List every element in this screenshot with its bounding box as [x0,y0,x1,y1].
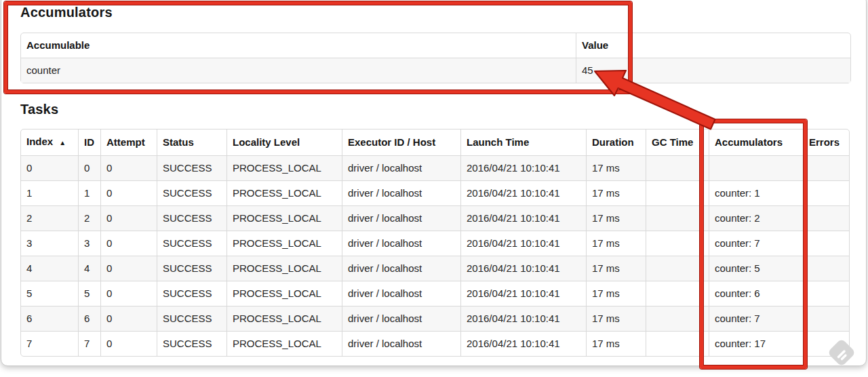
task-duration-cell: 17 ms [586,306,646,331]
task-duration-cell: 17 ms [586,205,646,231]
task-id-cell: 7 [78,331,100,356]
task-accumulators-cell: counter: 6 [709,281,803,306]
task-index-cell: 1 [21,180,78,205]
task-errors-cell [803,155,849,180]
tasks-header-duration[interactable]: Duration [586,130,646,155]
task-errors-cell [803,281,849,306]
task-id-cell: 6 [78,306,100,331]
task-duration-cell: 17 ms [586,231,646,256]
task-executor-cell: driver / localhost [342,155,460,180]
accumulators-table: Accumulable Value counter 45 [20,33,851,83]
task-executor-cell: driver / localhost [342,231,460,256]
table-row: counter 45 [21,58,850,83]
task-status-cell: SUCCESS [157,256,226,281]
tasks-header-errors[interactable]: Errors [803,130,849,155]
task-attempt-cell: 0 [100,306,157,331]
tasks-header-launch-time[interactable]: Launch Time [460,130,586,155]
task-accumulators-cell: counter: 2 [709,205,803,231]
task-accumulators-cell: counter: 17 [709,331,803,356]
task-status-cell: SUCCESS [157,331,226,356]
tasks-header-index-label: Index [26,136,53,147]
task-gc-time-cell [646,281,709,306]
task-gc-time-cell [646,306,709,331]
task-attempt-cell: 0 [100,256,157,281]
sort-ascending-icon: ▲ [59,139,66,146]
task-launch-time-cell: 2016/04/21 10:10:41 [460,155,586,180]
task-executor-cell: driver / localhost [342,331,460,356]
task-launch-time-cell: 2016/04/21 10:10:41 [460,256,586,281]
task-locality-cell: PROCESS_LOCAL [226,306,342,331]
task-locality-cell: PROCESS_LOCAL [226,231,342,256]
tasks-heading: Tasks [20,102,58,117]
task-duration-cell: 17 ms [586,281,646,306]
task-duration-cell: 17 ms [586,331,646,356]
task-attempt-cell: 0 [100,155,157,180]
accumulators-heading: Accumulators [20,5,113,20]
task-id-cell: 4 [78,256,100,281]
tasks-header-accumulators[interactable]: Accumulators [709,130,803,155]
task-errors-cell [803,231,849,256]
spark-ui-page: Accumulators Accumulable Value counter 4… [0,0,868,377]
table-header-row: Index▲ ID Attempt Status Locality Level … [21,130,849,155]
task-accumulators-cell [709,155,803,180]
task-locality-cell: PROCESS_LOCAL [226,256,342,281]
task-status-cell: SUCCESS [157,231,226,256]
task-duration-cell: 17 ms [586,155,646,180]
task-executor-cell: driver / localhost [342,205,460,231]
task-errors-cell [803,180,849,205]
tasks-header-attempt[interactable]: Attempt [100,130,157,155]
task-index-cell: 5 [21,281,78,306]
table-row: 0 0 0 SUCCESS PROCESS_LOCAL driver / loc… [21,155,849,180]
task-locality-cell: PROCESS_LOCAL [226,281,342,306]
task-id-cell: 0 [78,155,100,180]
tasks-header-index[interactable]: Index▲ [21,130,78,155]
task-gc-time-cell [646,180,709,205]
task-errors-cell [803,306,849,331]
accumulable-value-cell: 45 [576,58,850,83]
table-row: 7 7 0 SUCCESS PROCESS_LOCAL driver / loc… [21,331,849,356]
task-executor-cell: driver / localhost [342,306,460,331]
task-gc-time-cell [646,205,709,231]
task-attempt-cell: 0 [100,281,157,306]
task-id-cell: 2 [78,205,100,231]
task-errors-cell [803,331,849,356]
tasks-header-status[interactable]: Status [157,130,226,155]
task-index-cell: 7 [21,331,78,356]
task-attempt-cell: 0 [100,231,157,256]
task-errors-cell [803,256,849,281]
task-index-cell: 2 [21,205,78,231]
tasks-header-gc-time[interactable]: GC Time [646,130,709,155]
task-attempt-cell: 0 [100,331,157,356]
tasks-header-executor-host[interactable]: Executor ID / Host [342,130,460,155]
table-row: 6 6 0 SUCCESS PROCESS_LOCAL driver / loc… [21,306,849,331]
table-row: 3 3 0 SUCCESS PROCESS_LOCAL driver / loc… [21,231,849,256]
tasks-table: Index▲ ID Attempt Status Locality Level … [20,129,850,357]
task-status-cell: SUCCESS [157,205,226,231]
table-header-row: Accumulable Value [21,33,850,58]
task-attempt-cell: 0 [100,205,157,231]
task-duration-cell: 17 ms [586,180,646,205]
task-executor-cell: driver / localhost [342,256,460,281]
table-row: 1 1 0 SUCCESS PROCESS_LOCAL driver / loc… [21,180,849,205]
task-launch-time-cell: 2016/04/21 10:10:41 [460,231,586,256]
tasks-header-id[interactable]: ID [78,130,100,155]
task-status-cell: SUCCESS [157,281,226,306]
table-row: 5 5 0 SUCCESS PROCESS_LOCAL driver / loc… [21,281,849,306]
task-duration-cell: 17 ms [586,256,646,281]
table-row: 2 2 0 SUCCESS PROCESS_LOCAL driver / loc… [21,205,849,231]
task-index-cell: 3 [21,231,78,256]
task-status-cell: SUCCESS [157,306,226,331]
task-launch-time-cell: 2016/04/21 10:10:41 [460,281,586,306]
tasks-header-locality-level[interactable]: Locality Level [226,130,342,155]
task-id-cell: 3 [78,231,100,256]
accumulable-name-cell: counter [21,58,576,83]
task-gc-time-cell [646,331,709,356]
task-locality-cell: PROCESS_LOCAL [226,180,342,205]
task-gc-time-cell [646,155,709,180]
task-locality-cell: PROCESS_LOCAL [226,331,342,356]
task-accumulators-cell: counter: 7 [709,231,803,256]
task-launch-time-cell: 2016/04/21 10:10:41 [460,205,586,231]
task-launch-time-cell: 2016/04/21 10:10:41 [460,180,586,205]
task-gc-time-cell [646,256,709,281]
task-locality-cell: PROCESS_LOCAL [226,205,342,231]
